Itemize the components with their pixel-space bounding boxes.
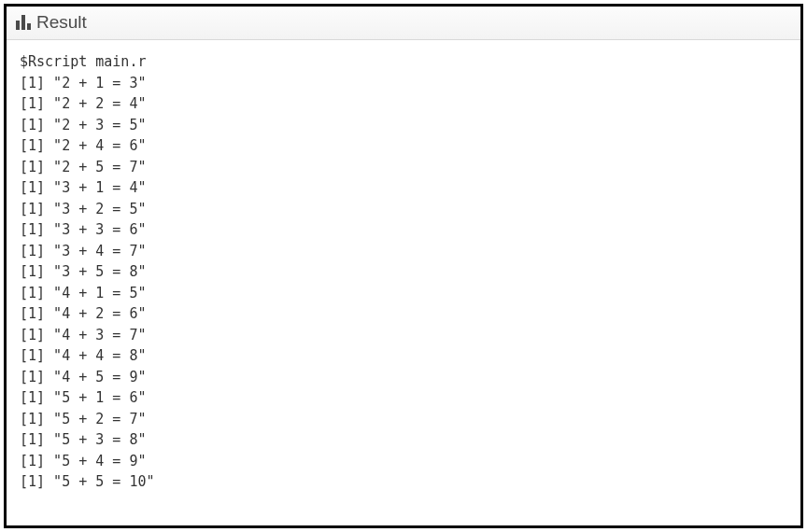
console-line: [1] "3 + 2 = 5" [20,201,146,217]
console-line: [1] "4 + 4 = 8" [20,347,146,364]
console-line: [1] "3 + 4 = 7" [20,243,146,259]
result-panel: Result $Rscript main.r [1] "2 + 1 = 3" [… [4,4,803,528]
bar-chart-icon [16,15,31,30]
console-line: [1] "3 + 1 = 4" [20,179,146,196]
console-line: [1] "3 + 5 = 8" [20,263,146,280]
console-line: [1] "5 + 5 = 10" [20,473,155,490]
console-line: [1] "2 + 1 = 3" [20,75,146,91]
header-title: Result [36,12,87,33]
console-line: [1] "5 + 3 = 8" [20,431,146,448]
console-line: [1] "4 + 3 = 7" [20,327,146,343]
console-line: [1] "2 + 2 = 4" [20,95,146,112]
console-line: [1] "5 + 2 = 7" [20,411,146,427]
console-line: [1] "3 + 3 = 6" [20,221,146,238]
console-output: $Rscript main.r [1] "2 + 1 = 3" [1] "2 +… [7,40,800,504]
console-line: [1] "4 + 1 = 5" [20,285,146,301]
console-line: [1] "5 + 4 = 9" [20,453,146,469]
console-line: [1] "5 + 1 = 6" [20,389,146,406]
console-command: $Rscript main.r [20,53,146,70]
console-line: [1] "2 + 3 = 5" [20,117,146,133]
console-line: [1] "2 + 4 = 6" [20,137,146,154]
result-header: Result [7,7,800,40]
console-line: [1] "4 + 2 = 6" [20,305,146,322]
console-line: [1] "2 + 5 = 7" [20,159,146,175]
console-line: [1] "4 + 5 = 9" [20,369,146,385]
